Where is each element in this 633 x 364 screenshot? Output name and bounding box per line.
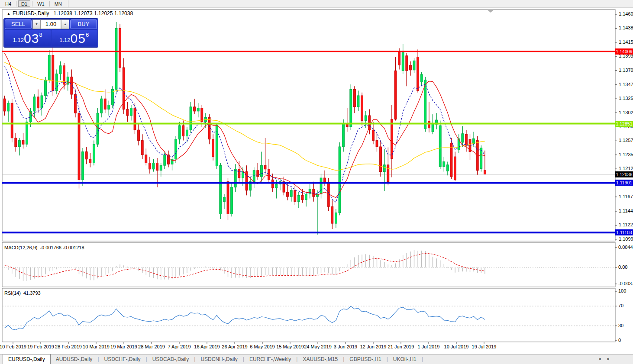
chart-tab-bar: EURUSD-,DailyAUDUSD-,Daily|USDCHF-,Daily… bbox=[0, 354, 633, 364]
price-tick-label: 1.11445 bbox=[619, 208, 633, 213]
price-badge: 1.11103 bbox=[615, 229, 633, 235]
scroll-to-end-marker[interactable] bbox=[488, 10, 494, 13]
price-tick-label: 1.14155 bbox=[619, 39, 633, 45]
chart-tab-2[interactable]: AUDUSD-,Daily bbox=[51, 355, 98, 364]
trading-terminal-window: H4D1W1MN ▲EURUSD-,Daily1.12038 1.12073 1… bbox=[0, 0, 633, 364]
chart-tab-7[interactable]: XAUUSD-,M15 bbox=[297, 355, 343, 364]
macd-signal-line bbox=[5, 253, 485, 277]
price-tick-label: 1.13705 bbox=[619, 68, 633, 73]
chart-symbol-label: EURUSD-,Daily bbox=[13, 10, 49, 16]
rsi-line bbox=[5, 306, 485, 330]
volume-input[interactable]: 1.00 bbox=[41, 19, 61, 29]
chart-tab-5[interactable]: USDCNH-,Daily bbox=[195, 355, 242, 364]
sell-price-prefix: 1.12 bbox=[13, 37, 24, 43]
tab-divider: | bbox=[422, 355, 423, 364]
ma-mid-line bbox=[5, 53, 485, 198]
price-tick-label: 1.14380 bbox=[619, 25, 633, 30]
price-tick-label: 1.12575 bbox=[619, 138, 633, 143]
chart-tab-3[interactable]: USDCHF-,Daily bbox=[99, 355, 146, 364]
price-tick-label: 1.14605 bbox=[619, 11, 633, 16]
chart-tab-6[interactable]: EURCHF-,Weekly bbox=[244, 355, 296, 364]
rsi-plot bbox=[2, 306, 615, 330]
price-badge: 1.12851 bbox=[615, 121, 633, 127]
chart-tab-8[interactable]: GBPUSD-,H1 bbox=[344, 355, 386, 364]
scroll-right-icon[interactable]: ► bbox=[607, 357, 616, 361]
volume-decrease-button[interactable]: ▼ bbox=[32, 19, 41, 29]
main-chart-plot bbox=[0, 22, 615, 235]
chart-tab-9[interactable]: UKOil-,H1 bbox=[388, 355, 422, 364]
price-tick-label: 1.13025 bbox=[619, 110, 633, 115]
buy-price-display[interactable]: 1.12056 bbox=[52, 30, 97, 46]
price-badge: 1.14009 bbox=[615, 48, 633, 55]
candles-layer bbox=[3, 22, 486, 235]
rsi-axis-label: 30 bbox=[618, 323, 623, 328]
buy-price-big: 05 bbox=[71, 31, 86, 45]
chart-tab-1[interactable]: EURUSD-,Daily bbox=[3, 354, 51, 364]
rsi-axis-label: 70 bbox=[618, 303, 623, 308]
sell-price-sup: 8 bbox=[39, 32, 42, 38]
price-badge: 1.11901 bbox=[615, 180, 633, 186]
macd-axis-label: -0.003715 bbox=[618, 281, 633, 286]
chart-tab-4[interactable]: USDCAD-,Daily bbox=[147, 355, 194, 364]
rsi-axis-label: 100 bbox=[618, 288, 626, 293]
macd-plot bbox=[2, 250, 615, 281]
rsi-axis-label: 0 bbox=[618, 338, 621, 343]
collapse-icon[interactable]: ▲ bbox=[7, 12, 10, 16]
buy-button[interactable]: BUY bbox=[70, 19, 97, 29]
one-click-trading-panel: SELL ▼ 1.00 ▲ BUY 1.12038 1.12056 bbox=[3, 18, 98, 48]
price-tick-label: 1.11675 bbox=[619, 194, 633, 199]
price-tick-label: 1.13250 bbox=[619, 96, 633, 101]
chart-title: ▲EURUSD-,Daily1.12038 1.12073 1.12025 1.… bbox=[7, 10, 133, 16]
price-badge: 1.12038 bbox=[615, 171, 633, 177]
scroll-left-icon[interactable]: ◄ bbox=[597, 357, 607, 361]
sell-price-big: 03 bbox=[24, 31, 39, 45]
volume-increase-button[interactable]: ▲ bbox=[61, 19, 69, 29]
price-tick-label: 1.10995 bbox=[619, 236, 633, 242]
price-tick-label: 1.11220 bbox=[619, 222, 633, 227]
date-label: 19 Jul 2019 bbox=[467, 344, 501, 349]
price-tick-label: 1.12125 bbox=[619, 166, 633, 171]
buy-price-prefix: 1.12 bbox=[59, 37, 70, 43]
price-tick-label: 1.13475 bbox=[619, 82, 633, 87]
macd-axis-label: 0.004465 bbox=[618, 245, 633, 250]
macd-axis-label: 0.00 bbox=[618, 264, 627, 270]
tab-scroll-arrows[interactable]: ◄► bbox=[597, 357, 616, 361]
chart-canvas[interactable] bbox=[0, 0, 633, 364]
macd-label: MACD(12,26,9)-0.001766 -0.001218 bbox=[4, 245, 84, 250]
buy-price-sup: 6 bbox=[86, 32, 89, 38]
ma-slow-line bbox=[5, 62, 485, 170]
sell-button[interactable]: SELL bbox=[5, 19, 32, 29]
sell-price-display[interactable]: 1.12038 bbox=[5, 30, 51, 46]
price-tick-label: 1.12350 bbox=[619, 152, 633, 157]
chart-ohlc-values: 1.12038 1.12073 1.12025 1.12038 bbox=[54, 10, 133, 16]
rsi-label: RSI(14)41.3793 bbox=[4, 290, 41, 296]
